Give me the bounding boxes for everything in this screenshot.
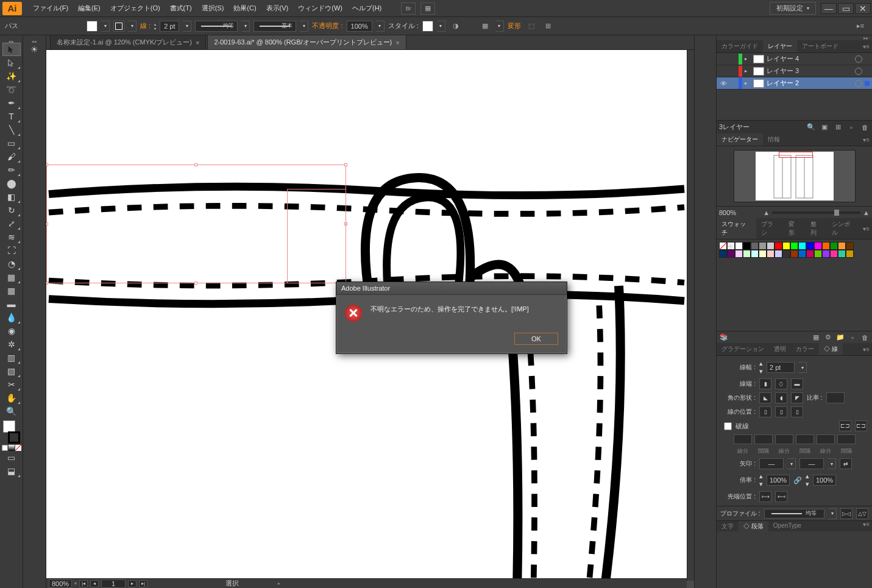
- profile-dropdown[interactable]: 均等: [764, 509, 824, 519]
- brush-preview[interactable]: 基本: [253, 21, 296, 32]
- width-tool[interactable]: ≋: [2, 230, 21, 244]
- swatch[interactable]: [806, 242, 814, 250]
- dash-3-input[interactable]: [817, 434, 835, 444]
- transform-link[interactable]: 変形: [508, 21, 521, 30]
- next-artboard-button[interactable]: ▸: [128, 580, 136, 587]
- swatch[interactable]: [751, 242, 759, 250]
- arrow-start[interactable]: —: [759, 458, 784, 469]
- window-maximize[interactable]: ▭: [838, 3, 854, 14]
- tab-stroke[interactable]: ◇ 線: [819, 343, 843, 355]
- eraser-tool[interactable]: ◧: [2, 190, 21, 204]
- zoom-tool[interactable]: 🔍: [2, 405, 21, 418]
- zoom-slider[interactable]: [772, 211, 860, 214]
- zoom-field[interactable]: 800%: [49, 579, 72, 588]
- navigator-viewport-box[interactable]: [779, 152, 813, 158]
- swatch[interactable]: [743, 242, 751, 250]
- swatch[interactable]: [822, 250, 830, 258]
- color-mode-gradient[interactable]: [9, 445, 15, 451]
- cap-round[interactable]: ⬯: [775, 378, 787, 389]
- menu-file[interactable]: ファイル(F): [28, 1, 73, 15]
- tab-layers[interactable]: レイヤー: [763, 40, 797, 52]
- fill-stroke-indicator[interactable]: [2, 420, 21, 444]
- scrollbar-vertical[interactable]: [687, 50, 694, 581]
- dash-align-icon[interactable]: ⊏⊐: [855, 420, 867, 431]
- swatch[interactable]: [838, 250, 846, 258]
- arrow-end[interactable]: —: [799, 458, 824, 469]
- expand-icon[interactable]: ▸: [745, 68, 751, 74]
- new-swatch-icon[interactable]: ▫: [848, 333, 857, 342]
- arrow-place-icon[interactable]: ⟻: [775, 491, 787, 502]
- tab-character[interactable]: 文字: [717, 521, 739, 531]
- lasso-tool[interactable]: ➰: [2, 83, 21, 96]
- tab-opentype[interactable]: OpenType: [768, 521, 806, 531]
- edit-clip-icon[interactable]: ⊞: [542, 19, 555, 33]
- new-layer-icon[interactable]: ▫: [846, 122, 856, 132]
- artboard-tool[interactable]: ▧: [2, 364, 21, 378]
- style-dropdown[interactable]: [437, 21, 445, 32]
- link-scale-icon[interactable]: 🔗: [793, 476, 802, 484]
- paintbrush-tool[interactable]: 🖌: [2, 150, 21, 163]
- stroke-weight-dropdown[interactable]: [183, 21, 191, 32]
- tab-brushes[interactable]: ブラシ: [756, 218, 784, 239]
- magic-wand-tool[interactable]: ✨: [2, 69, 21, 83]
- flip-across-icon[interactable]: △▽: [856, 508, 868, 519]
- swatch[interactable]: [798, 250, 806, 258]
- stroke-dropdown[interactable]: [128, 21, 136, 32]
- gradient-tool[interactable]: ▬: [2, 297, 21, 311]
- scale-tool[interactable]: ⤢: [2, 217, 21, 230]
- graph-tool[interactable]: ▥: [2, 351, 21, 364]
- sun-icon[interactable]: ☀: [26, 43, 44, 56]
- swatch[interactable]: [846, 250, 854, 258]
- swatch[interactable]: [846, 242, 854, 250]
- tab-navigator[interactable]: ナビゲーター: [717, 133, 763, 146]
- align-center[interactable]: ▯: [759, 406, 771, 417]
- layer-name[interactable]: レイヤー 4: [767, 54, 799, 63]
- corner-bevel[interactable]: ◤: [791, 392, 803, 403]
- swatch[interactable]: [775, 242, 782, 250]
- stroke-link[interactable]: 線 :: [140, 21, 151, 30]
- layer-row-3[interactable]: ▸ レイヤー 3: [717, 65, 872, 77]
- gap-1-input[interactable]: [754, 434, 773, 444]
- menu-object[interactable]: オブジェクト(O): [105, 1, 165, 15]
- fill-swatch[interactable]: [87, 21, 97, 32]
- tab-gradient[interactable]: グラデーション: [717, 343, 769, 355]
- miter-limit-input[interactable]: [826, 392, 845, 403]
- swatch[interactable]: [782, 242, 790, 250]
- swatch[interactable]: [838, 242, 846, 250]
- tools-grip[interactable]: ▪▪: [0, 38, 23, 43]
- swatch[interactable]: [727, 250, 735, 258]
- eyedropper-tool[interactable]: 💧: [2, 311, 21, 324]
- dash-1-input[interactable]: [734, 434, 752, 444]
- menu-select[interactable]: 選択(S): [197, 1, 229, 15]
- dock-collapse-button[interactable]: ▸▸: [717, 35, 872, 40]
- dashed-line-checkbox[interactable]: [724, 422, 732, 430]
- menu-help[interactable]: ヘルプ(H): [347, 1, 386, 15]
- align-icon[interactable]: ▦: [478, 19, 492, 33]
- swatch-options-icon[interactable]: ⚙: [823, 333, 833, 342]
- workspace-switcher[interactable]: 初期設定▾: [770, 2, 816, 15]
- stroke-swatch[interactable]: [113, 21, 124, 32]
- swatch[interactable]: [767, 242, 775, 250]
- target-icon[interactable]: [855, 55, 862, 63]
- ok-button[interactable]: OK: [514, 333, 558, 345]
- type-tool[interactable]: T: [2, 110, 21, 123]
- document-tab-2[interactable]: 2-0019-63.ai* @ 800% (RGB/オーバープリントプレビュー)…: [207, 35, 406, 49]
- swatch[interactable]: [806, 250, 814, 258]
- dash-preserve-icon[interactable]: ⊏⊐: [839, 420, 851, 431]
- menu-type[interactable]: 書式(T): [165, 1, 197, 15]
- swatch[interactable]: [743, 250, 751, 258]
- selection-tool[interactable]: [2, 43, 21, 56]
- panel-menu-icon[interactable]: ▾≡: [860, 43, 872, 50]
- zoom-out-icon[interactable]: ▲: [763, 209, 770, 216]
- stroke-weight-menu[interactable]: [798, 362, 807, 373]
- arrow-scale-end[interactable]: 100%: [813, 475, 836, 486]
- layer-name[interactable]: レイヤー 3: [767, 66, 799, 76]
- new-sublayer-icon[interactable]: ⊞: [833, 122, 843, 132]
- stroke-profile-preview[interactable]: 均等: [195, 21, 238, 32]
- panel-menu-icon[interactable]: ▾≡: [860, 521, 872, 531]
- visibility-toggle[interactable]: 👁: [719, 80, 728, 87]
- tab-transparency[interactable]: 透明: [769, 343, 791, 355]
- close-icon[interactable]: ×: [395, 39, 399, 46]
- tab-paragraph[interactable]: ◇ 段落: [739, 521, 768, 531]
- expand-icon[interactable]: ▸: [745, 56, 751, 62]
